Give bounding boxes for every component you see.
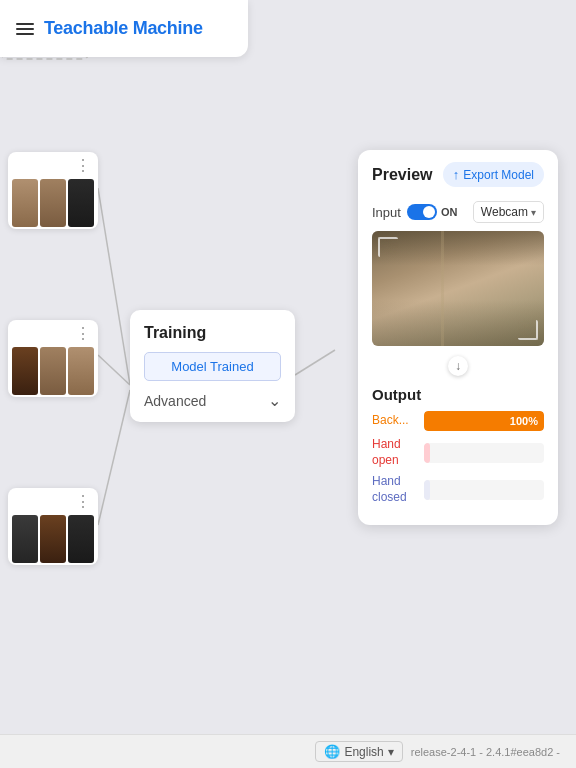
- input-toggle[interactable]: [407, 204, 437, 220]
- export-icon: ↑: [453, 167, 460, 182]
- class-card-3: ⋮: [8, 488, 98, 565]
- more-icon: ⋮: [75, 156, 92, 175]
- output-label-open: Handopen: [372, 437, 416, 468]
- output-row-back: Back... 100%: [372, 411, 544, 431]
- preview-panel: Preview ↑ Export Model Input ON Webcam ▾…: [358, 150, 558, 525]
- app-title: Teachable Machine: [44, 18, 203, 39]
- output-label-closed: Handclosed: [372, 474, 416, 505]
- menu-icon[interactable]: [16, 23, 34, 35]
- svg-line-1: [98, 355, 130, 385]
- output-bar-open-container: [424, 443, 544, 463]
- advanced-label: Advanced: [144, 393, 206, 409]
- output-bar-open: [424, 443, 430, 463]
- class-card-1: ⋮: [8, 152, 98, 229]
- webcam-label: Webcam: [481, 205, 528, 219]
- output-title: Output: [372, 386, 544, 403]
- model-trained-button[interactable]: Model Trained: [144, 352, 281, 381]
- crop-corner-br-icon: [518, 320, 538, 340]
- svg-line-0: [98, 188, 130, 385]
- card-1-dots[interactable]: ⋮: [8, 152, 98, 177]
- output-label-back: Back...: [372, 413, 416, 429]
- card-1-images: [8, 177, 98, 229]
- preview-header: Preview ↑ Export Model: [358, 150, 558, 197]
- output-row-closed: Handclosed: [372, 474, 544, 505]
- preview-title: Preview: [372, 166, 432, 184]
- output-row-open: Handopen: [372, 437, 544, 468]
- camera-feed: [372, 231, 544, 346]
- more-icon: ⋮: [75, 324, 92, 343]
- training-card: Training Model Trained Advanced ⌄: [130, 310, 295, 422]
- card-2-images: [8, 345, 98, 397]
- arrow-down-container: ↓: [358, 352, 558, 382]
- output-bar-closed: [424, 480, 430, 500]
- output-percent-back: 100%: [510, 415, 538, 427]
- toggle-state-label: ON: [441, 206, 458, 218]
- arrow-down-icon: ↓: [448, 356, 468, 376]
- chevron-down-icon: ⌄: [268, 391, 281, 410]
- card-3-dots[interactable]: ⋮: [8, 488, 98, 513]
- export-label: Export Model: [463, 168, 534, 182]
- svg-line-2: [98, 390, 130, 525]
- output-bar-closed-container: [424, 480, 544, 500]
- more-icon: ⋮: [75, 492, 92, 511]
- card-3-images: [8, 513, 98, 565]
- header: Teachable Machine: [0, 0, 248, 57]
- crop-corner-tl-icon: [378, 237, 398, 257]
- card-2-dots[interactable]: ⋮: [8, 320, 98, 345]
- input-label: Input: [372, 205, 401, 220]
- svg-line-3: [295, 350, 335, 375]
- toggle-container: ON: [407, 204, 458, 220]
- export-model-button[interactable]: ↑ Export Model: [443, 162, 544, 187]
- language-chevron-icon: ▾: [388, 745, 394, 759]
- advanced-row[interactable]: Advanced ⌄: [144, 391, 281, 410]
- training-title: Training: [144, 324, 281, 342]
- language-selector[interactable]: 🌐 English ▾: [315, 741, 402, 762]
- language-label: English: [344, 745, 383, 759]
- version-text: release-2-4-1 - 2.4.1#eea8d2 -: [411, 746, 560, 758]
- toggle-knob: [423, 206, 435, 218]
- globe-icon: 🌐: [324, 744, 340, 759]
- webcam-select[interactable]: Webcam ▾: [473, 201, 544, 223]
- output-section: Output Back... 100% Handopen Handclosed: [358, 382, 558, 525]
- bottom-bar: 🌐 English ▾ release-2-4-1 - 2.4.1#eea8d2…: [0, 734, 576, 768]
- input-row: Input ON Webcam ▾: [358, 197, 558, 231]
- output-bar-back: 100%: [424, 411, 544, 431]
- webcam-chevron-icon: ▾: [531, 207, 536, 218]
- class-card-2: ⋮: [8, 320, 98, 397]
- output-bar-back-container: 100%: [424, 411, 544, 431]
